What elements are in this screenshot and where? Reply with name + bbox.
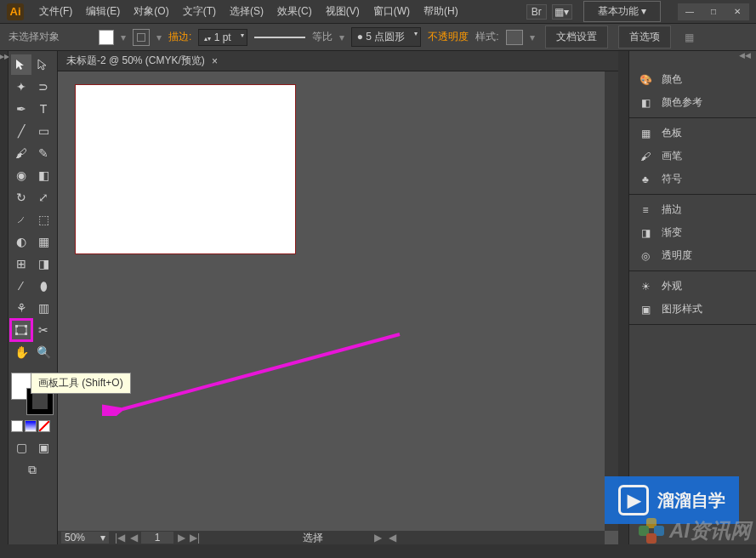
scale-tool[interactable]: ⤢ (33, 187, 54, 208)
first-artboard-button[interactable]: |◀ (114, 532, 126, 544)
artboard-navigation: |◀ ◀ 1 ▶ ▶| (114, 532, 201, 544)
brush-definition[interactable]: ● 5 点圆形 (351, 27, 422, 47)
document-setup-button[interactable]: 文档设置 (545, 26, 608, 48)
prev-artboard-button[interactable]: ◀ (128, 532, 139, 544)
shape-builder-tool[interactable]: ◐ (11, 231, 31, 252)
options-menu-icon[interactable]: ▦ (685, 31, 694, 43)
canvas[interactable] (58, 71, 618, 544)
fill-swatch[interactable] (99, 30, 114, 45)
menu-view[interactable]: 视图(V) (319, 4, 367, 19)
panel-stroke[interactable]: ≡描边 (629, 198, 756, 221)
perspective-grid-tool[interactable]: ▦ (33, 231, 54, 252)
column-graph-tool[interactable]: ▥ (33, 298, 54, 318)
change-screen-mode[interactable]: ⧉ (11, 459, 54, 480)
panel-swatches[interactable]: ▦色板 (629, 122, 756, 145)
pencil-tool[interactable]: ✎ (33, 143, 54, 163)
free-transform-tool[interactable]: ⬚ (33, 209, 54, 230)
color-mode-none[interactable] (38, 420, 50, 432)
status-menu-icon[interactable]: ▶ (374, 532, 382, 544)
appearance-icon: ☀ (638, 280, 653, 293)
pen-tool[interactable]: ✒ (11, 99, 31, 119)
panel-brushes[interactable]: 🖌画笔 (629, 145, 756, 168)
panel-color[interactable]: 🎨颜色 (629, 68, 756, 91)
preferences-button[interactable]: 首选项 (618, 26, 671, 48)
zoom-tool[interactable]: 🔍 (33, 342, 54, 362)
direct-selection-tool[interactable] (33, 54, 54, 75)
next-artboard-button[interactable]: ▶ (175, 532, 187, 544)
uniform-label: 等比 (312, 30, 333, 44)
panel-color-guide[interactable]: ◧颜色参考 (629, 91, 756, 114)
workspace-switcher[interactable]: 基本功能 ▾ (583, 1, 661, 22)
menu-edit[interactable]: 编辑(E) (79, 4, 127, 19)
hand-tool[interactable]: ✋ (11, 342, 31, 362)
opacity-label[interactable]: 不透明度 (428, 30, 469, 44)
menu-window[interactable]: 窗口(W) (367, 4, 417, 19)
mesh-tool[interactable]: ⊞ (11, 253, 31, 274)
stroke-label[interactable]: 描边: (168, 30, 191, 44)
width-tool[interactable]: ⟋ (11, 209, 31, 230)
gradient-tool[interactable]: ◨ (33, 253, 54, 274)
eraser-tool[interactable]: ◧ (33, 165, 54, 185)
blend-tool[interactable]: ⬮ (33, 276, 54, 296)
last-artboard-button[interactable]: ▶| (189, 532, 201, 544)
stroke-weight-input[interactable]: ▴▾ 1 pt (198, 29, 247, 46)
bridge-icon[interactable]: Br (526, 4, 547, 20)
artboard-tool[interactable] (11, 320, 31, 340)
left-collapse-strip[interactable]: ▶▶ (0, 51, 9, 544)
stroke-swatch[interactable] (133, 29, 150, 46)
status-bar: 50%▾ |◀ ◀ 1 ▶ ▶| 选择 ▶ ◀ (58, 531, 605, 544)
document-tab-close[interactable]: × (212, 55, 218, 67)
arrange-docs-icon[interactable]: ▦▾ (552, 4, 572, 20)
panel-appearance[interactable]: ☀外观 (629, 275, 756, 298)
svg-line-5 (122, 334, 400, 409)
selection-tool[interactable] (11, 54, 31, 75)
stroke-icon: ≡ (638, 203, 653, 217)
menu-help[interactable]: 帮助(H) (417, 4, 465, 19)
slice-tool[interactable]: ✂ (33, 320, 54, 340)
color-mode-solid[interactable] (11, 420, 23, 432)
panel-symbols[interactable]: ♣符号 (629, 168, 756, 191)
menu-file[interactable]: 文件(F) (32, 4, 79, 19)
screen-mode-full[interactable]: ▣ (33, 437, 54, 458)
right-collapse-strip[interactable] (618, 51, 628, 544)
window-controls: — □ ✕ (678, 3, 749, 20)
color-mode-gradient[interactable] (25, 420, 37, 432)
menu-select[interactable]: 选择(S) (223, 4, 270, 19)
symbol-sprayer-tool[interactable]: ⚘ (11, 298, 31, 318)
svg-rect-2 (25, 325, 27, 327)
eyedropper-tool[interactable]: ⁄ (11, 276, 31, 296)
paintbrush-tool[interactable]: 🖌 (11, 143, 31, 163)
rectangle-tool[interactable]: ▭ (33, 121, 54, 141)
artboard-number-input[interactable]: 1 (141, 532, 173, 544)
graphic-styles-icon: ▣ (638, 303, 653, 316)
magic-wand-tool[interactable]: ✦ (11, 77, 31, 97)
vertical-scrollbar[interactable] (605, 71, 618, 531)
panel-graphic-styles[interactable]: ▣图形样式 (629, 298, 756, 321)
panel-expand-icon[interactable]: ◀◀ (629, 51, 756, 65)
horizontal-scrollbar[interactable]: ◀ (389, 532, 396, 544)
graphic-style-swatch[interactable] (506, 30, 523, 45)
blob-brush-tool[interactable]: ◉ (11, 165, 31, 185)
fill-dropdown-icon[interactable]: ▾ (121, 31, 126, 43)
panel-gradient[interactable]: ◨渐变 (629, 221, 756, 244)
maximize-button[interactable]: □ (702, 3, 725, 20)
lasso-tool[interactable]: ⊃ (33, 77, 54, 97)
menu-effect[interactable]: 效果(C) (270, 4, 319, 19)
minimize-button[interactable]: — (678, 3, 702, 20)
close-button[interactable]: ✕ (725, 3, 749, 20)
menu-object[interactable]: 对象(O) (127, 4, 175, 19)
zoom-level[interactable]: 50%▾ (61, 532, 109, 544)
line-tool[interactable]: ╱ (11, 121, 31, 141)
document-tab-title[interactable]: 未标题-2 @ 50% (CMYK/预览) (66, 54, 205, 68)
panel-transparency[interactable]: ◎透明度 (629, 244, 756, 267)
rotate-tool[interactable]: ↻ (11, 187, 31, 208)
artboard[interactable] (75, 84, 296, 254)
flower-icon (639, 518, 664, 544)
toolbox: ✦ ⊃ ✒ T ╱ ▭ 🖌 ✎ ◉ ◧ ↻ ⤢ ⟋ ⬚ ◐ ▦ (9, 51, 58, 544)
swatches-icon: ▦ (638, 127, 653, 140)
menu-type[interactable]: 文字(T) (176, 4, 223, 19)
type-tool[interactable]: T (33, 99, 54, 119)
screen-mode-normal[interactable]: ▢ (11, 437, 31, 458)
stroke-dropdown-icon[interactable]: ▾ (156, 31, 162, 43)
stroke-profile[interactable] (254, 37, 305, 38)
